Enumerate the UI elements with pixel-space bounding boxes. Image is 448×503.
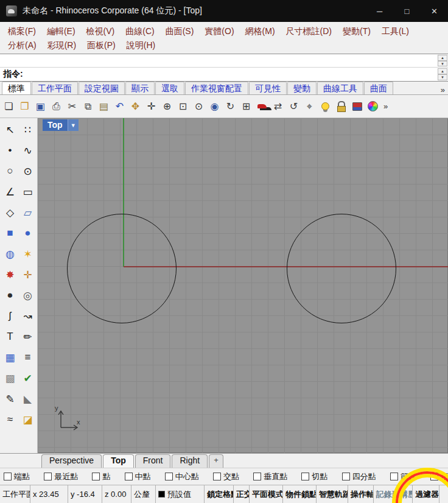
tab-viewport-layout[interactable]: 作業視窗配置 xyxy=(185,82,248,94)
osnap-checkbox[interactable] xyxy=(342,473,350,480)
osnap-checkbox[interactable] xyxy=(213,473,221,480)
text-tool-icon[interactable]: T xyxy=(1,326,19,347)
gumball-tool-icon[interactable]: ✛ xyxy=(19,264,37,285)
zoom-dynamic-icon[interactable]: ⊕ xyxy=(159,99,175,114)
layers-panel-icon[interactable]: ≡ xyxy=(19,347,37,368)
undo-icon[interactable]: ↶ xyxy=(112,99,127,114)
zoom-target-icon[interactable]: ⌖ xyxy=(302,99,317,114)
grid-snap-icon[interactable]: ▩ xyxy=(1,368,19,389)
osnap-checkbox[interactable] xyxy=(390,473,398,480)
copy-icon[interactable]: ⧉ xyxy=(80,99,96,114)
osnap-point[interactable]: 點 xyxy=(92,471,110,482)
cylinder-tool-icon[interactable]: ◍ xyxy=(1,244,19,264)
toolbar-overflow-chevron-icon[interactable]: » xyxy=(381,102,390,111)
osnap-checkbox[interactable] xyxy=(44,473,52,480)
shade-tool-icon[interactable]: ● xyxy=(1,285,19,306)
osnap-checkbox[interactable] xyxy=(430,473,438,480)
save-icon[interactable]: ▣ xyxy=(33,99,48,114)
vptab-front[interactable]: Front xyxy=(135,454,171,468)
pencil-tool-icon[interactable]: ✎ xyxy=(1,389,19,409)
explode-tool-icon[interactable]: ✶ xyxy=(19,244,37,264)
pan-view-icon[interactable]: ⇄ xyxy=(270,99,285,114)
command-input-row[interactable]: 指令: ▲ ▼ xyxy=(0,68,448,81)
dimension-tool-icon[interactable]: ✏ xyxy=(19,326,37,347)
minimize-button[interactable]: ─ xyxy=(366,0,393,22)
menu-analyze[interactable]: 分析(A) xyxy=(2,38,42,52)
mesh-tool-icon[interactable]: ◣ xyxy=(19,389,37,409)
viewport-canvas[interactable]: Top ▼ y x xyxy=(38,118,448,453)
new-file-icon[interactable]: ❏ xyxy=(1,99,16,114)
lock-icon[interactable] xyxy=(334,99,349,114)
status-cplane[interactable]: 工作平面 xyxy=(0,485,30,503)
layer-book-icon[interactable] xyxy=(349,99,365,114)
toggle-history[interactable]: 記錄建構歷史 xyxy=(374,485,413,503)
osnap-checkbox[interactable] xyxy=(165,473,173,480)
zoom-extents-icon[interactable]: ◉ xyxy=(207,99,222,114)
tab-curve-tools[interactable]: 曲線工具 xyxy=(317,82,363,94)
toggle-filter[interactable]: 過濾器 xyxy=(413,485,439,503)
menu-dimension[interactable]: 尺寸標註(D) xyxy=(281,24,337,38)
tab-transform[interactable]: 變動 xyxy=(287,82,317,94)
color-wheel-icon[interactable] xyxy=(365,99,380,114)
ellipse-tool-icon[interactable]: ⊙ xyxy=(19,161,37,181)
vptab-perspective[interactable]: Perspective xyxy=(41,454,102,468)
osnap-perp[interactable]: 垂直點 xyxy=(253,471,287,482)
scroll-up-icon[interactable]: ▲ xyxy=(438,55,447,61)
status-x[interactable]: x 23.45 xyxy=(30,485,68,503)
toggle-planar[interactable]: 平面模式 xyxy=(250,485,283,503)
vptab-add[interactable]: + xyxy=(209,454,223,468)
undo-view-icon[interactable]: ↺ xyxy=(286,99,301,114)
check-tool-icon[interactable]: ✔ xyxy=(19,368,37,389)
box-tool-icon[interactable]: ■ xyxy=(1,223,19,244)
menu-transform[interactable]: 變動(T) xyxy=(337,24,376,38)
menu-solid[interactable]: 實體(O) xyxy=(199,24,239,38)
curve-arrow-icon[interactable]: ↝ xyxy=(19,306,37,326)
circle-object[interactable] xyxy=(287,214,396,323)
tab-set-view[interactable]: 設定視圖 xyxy=(79,82,125,94)
tab-surface-tools[interactable]: 曲面 xyxy=(364,82,393,94)
osnap-checkbox[interactable] xyxy=(253,473,261,480)
osnap-end[interactable]: 端點 xyxy=(4,471,30,482)
viewport-title[interactable]: Top ▼ xyxy=(43,119,79,131)
curve-edit-icon[interactable]: ʃ xyxy=(1,306,19,326)
command-history[interactable]: ▲ ▼ xyxy=(0,54,448,68)
cut-icon[interactable]: ✂ xyxy=(65,99,80,114)
osnap-near[interactable]: 最近點 xyxy=(44,471,78,482)
toggle-ortho[interactable]: 正交 xyxy=(234,485,250,503)
menu-view[interactable]: 檢視(V) xyxy=(81,24,121,38)
sphere-tool-icon[interactable]: ● xyxy=(19,223,37,244)
rebuild-curve-icon[interactable]: ≈ xyxy=(1,409,19,430)
tab-display[interactable]: 顯示 xyxy=(125,82,155,94)
viewport-title-dropdown-icon[interactable]: ▼ xyxy=(68,119,79,131)
points-on-icon[interactable]: ∷ xyxy=(19,119,37,140)
toggle-osnap[interactable]: 物件鎖點 xyxy=(283,485,317,503)
menu-surface[interactable]: 曲面(S) xyxy=(160,24,200,38)
osnap-center[interactable]: 中心點 xyxy=(165,471,199,482)
menu-panels[interactable]: 面板(P) xyxy=(82,38,121,52)
osnap-checkbox[interactable] xyxy=(92,473,100,480)
vptab-top[interactable]: Top xyxy=(103,454,134,468)
pan-hand-icon[interactable]: ✥ xyxy=(128,99,143,114)
point-tool-icon[interactable]: • xyxy=(1,140,19,161)
move-view-icon[interactable]: ✛ xyxy=(144,99,159,114)
tab-standard[interactable]: 標準 xyxy=(2,82,31,94)
tab-overflow-chevron-icon[interactable]: » xyxy=(438,85,448,94)
osnap-int[interactable]: 交點 xyxy=(213,471,239,482)
rotate-view-icon[interactable]: ↻ xyxy=(223,99,238,114)
curve-boolean-icon[interactable]: ◎ xyxy=(19,285,37,306)
layer-light-icon[interactable] xyxy=(318,99,333,114)
scroll-up-icon[interactable]: ▲ xyxy=(438,68,447,74)
open-file-icon[interactable]: ❐ xyxy=(17,99,32,114)
status-layer[interactable]: 預設值 xyxy=(156,485,205,503)
select-tool-icon[interactable]: ↖ xyxy=(1,119,19,140)
osnap-knot[interactable]: 節點 xyxy=(390,471,416,482)
surface-tool-icon[interactable]: ▱ xyxy=(19,202,37,223)
scroll-down-icon[interactable]: ▼ xyxy=(438,61,447,67)
osnap-mid[interactable]: 中點 xyxy=(125,471,151,482)
close-button[interactable]: ✕ xyxy=(421,0,448,22)
toggle-smarttrack[interactable]: 智慧軌跡 xyxy=(317,485,348,503)
osnap-checkbox[interactable] xyxy=(125,473,133,480)
circle-object[interactable] xyxy=(67,214,177,323)
tab-select[interactable]: 選取 xyxy=(155,82,184,94)
scroll-down-icon[interactable]: ▼ xyxy=(438,74,447,80)
